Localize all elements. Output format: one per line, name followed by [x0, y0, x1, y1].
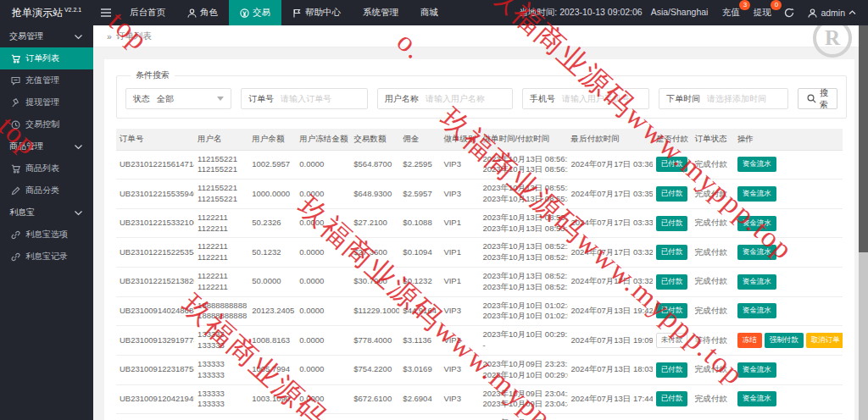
app-logo: 抢单演示站 V2.2.1 [0, 0, 93, 25]
cell-username: 133333133333 [194, 355, 248, 384]
user-name-input[interactable] [426, 94, 512, 103]
scrollbar-thumb[interactable] [859, 25, 868, 252]
pay-status-button[interactable]: 已付款 [656, 362, 688, 378]
pay-status-button[interactable]: 已付款 [656, 245, 688, 260]
cell-commission: $2.6904 [399, 384, 440, 414]
cell-operations: 资金流水 [734, 150, 843, 180]
nav-item-5[interactable]: 系统管理 [352, 0, 409, 25]
pay-status-button[interactable]: 未付款 [656, 333, 688, 348]
recharge-button[interactable]: 充值 3 [721, 7, 739, 19]
sidebar-item[interactable]: 利息宝选项 [0, 224, 93, 246]
cell-commission: $3.1136 [399, 326, 440, 356]
sidebar-item[interactable]: 充值管理 [0, 69, 93, 91]
refresh-icon[interactable] [784, 8, 794, 18]
sidebar-group-1[interactable]: 交易管理 [0, 25, 93, 47]
cell-status: 完成付款 [692, 238, 734, 268]
cell-commission: $3.1090 [399, 414, 440, 420]
cell-order-no: UB2310091329197737 [116, 326, 194, 356]
nav-item-2[interactable]: 角色 [176, 0, 229, 25]
nav-item-3[interactable]: 交易 [229, 0, 281, 25]
status-select[interactable]: 状态 全部 [125, 88, 231, 109]
cell-balance: 1000.0000 [248, 414, 296, 420]
nav-item-6[interactable]: 商城 [409, 0, 449, 25]
recharge-badge: 3 [739, 0, 750, 10]
cell-username: 112155221112155221 [194, 150, 248, 180]
cell-order-no: UB2310122153321004 [116, 208, 194, 238]
withdraw-label: 提现 [753, 7, 771, 17]
operation-button[interactable]: 资金流水 [737, 216, 776, 231]
cell-username: 11222111122211 [194, 208, 248, 238]
order-list-card: 条件搜索 状态 全部 订单号 用户名称 手机号 [104, 59, 854, 420]
sidebar-toggle-button[interactable] [93, 0, 119, 25]
pay-status-button[interactable]: 已付款 [656, 391, 688, 406]
operation-button[interactable]: 资金流水 [737, 391, 776, 406]
operation-button[interactable]: 取消订单 [806, 333, 843, 348]
pay-status-button[interactable]: 已付款 [656, 303, 688, 318]
pay-status-button[interactable]: 已付款 [656, 216, 688, 231]
nav-item-1[interactable]: 后台首页 [119, 0, 176, 25]
cell-amount: $30.7900 [350, 268, 399, 297]
operations: 资金流水 [737, 362, 839, 378]
cell-balance: 50.2326 [248, 208, 296, 238]
operation-button[interactable]: 资金流水 [737, 245, 776, 260]
cell-amount: $27.2100 [350, 208, 399, 238]
operation-button[interactable]: 强制付款 [765, 333, 804, 348]
cell-status: 完成付款 [692, 150, 734, 180]
cell-operations: 冻结强制付款取消订单 [734, 326, 843, 356]
sidebar-item[interactable]: 商品分类 [0, 180, 93, 202]
phone-input[interactable] [562, 94, 648, 103]
table-row: UB23100912042194591333331333331003.10900… [116, 384, 843, 414]
operation-button[interactable]: 资金流水 [737, 157, 776, 172]
order-no-input[interactable] [281, 94, 367, 103]
breadcrumb-label: 订单列表 [116, 30, 152, 42]
column-header: 佣金 [399, 129, 440, 150]
cell-frozen: 0.0000 [296, 414, 350, 420]
cell-frozen: 0.0000 [296, 238, 350, 268]
sidebar-item[interactable]: 提现管理 [0, 91, 93, 113]
table-row: UB23101221521382061122211112221150.00000… [116, 268, 843, 297]
order-no-label: 订单号 [242, 93, 281, 105]
sidebar-item[interactable]: 交易控制 [0, 113, 93, 135]
app-version: V2.2.1 [64, 7, 81, 13]
withdraw-badge: 0 [771, 0, 782, 10]
sidebar-group-3[interactable]: 利息宝 [0, 202, 93, 224]
operation-button[interactable]: 资金流水 [737, 362, 776, 378]
phone-label: 手机号 [523, 93, 562, 105]
search-button[interactable]: 搜 索 [798, 88, 837, 109]
sidebar-item[interactable]: 商品列表 [0, 158, 93, 180]
top-navbar: 抢单演示站 V2.2.1 后台首页角色交易帮助中心系统管理商城 当地时间: 20… [0, 0, 868, 25]
cell-paid: 已付款 [653, 180, 692, 209]
search-panel-title: 条件搜索 [131, 69, 175, 81]
cell-amount: $27.3600 [350, 238, 399, 268]
user-name-group: 用户名称 [377, 88, 513, 109]
cell-operations: 资金流水 [734, 208, 843, 238]
nav-item-4[interactable]: 帮助中心 [281, 0, 352, 25]
table-row: UB23101221522535471122211112221150.12320… [116, 238, 843, 268]
cell-frozen: 0.0000 [296, 268, 350, 297]
comment-icon [11, 76, 20, 86]
pay-status-button[interactable]: 已付款 [656, 274, 688, 290]
sidebar-group-2[interactable]: 商品管理 [0, 135, 93, 158]
cell-order-no: UB2310122156147145 [116, 150, 194, 180]
operation-button[interactable]: 冻结 [737, 333, 762, 348]
operations: 冻结强制付款取消订单 [737, 333, 839, 348]
cell-status: 完成付款 [692, 355, 734, 384]
user-menu[interactable]: admin [808, 8, 856, 18]
withdraw-button[interactable]: 提现 0 [753, 7, 771, 19]
operations: 资金流水 [737, 186, 839, 202]
operation-button[interactable]: 资金流水 [737, 274, 776, 290]
sidebar-item[interactable]: 订单列表 [0, 47, 93, 69]
cell-paid: 已付款 [653, 414, 692, 420]
pay-status-button[interactable]: 已付款 [656, 157, 688, 172]
cell-commission: $2.2595 [399, 150, 440, 180]
table-row: UB23100912035486331333331333331000.00000… [116, 414, 843, 420]
operation-button[interactable]: 资金流水 [737, 186, 776, 202]
cell-amount: $777.2600 [350, 414, 399, 420]
operation-button[interactable]: 资金流水 [737, 303, 776, 318]
order-time-input[interactable] [707, 94, 787, 103]
pay-status-button[interactable]: 已付款 [656, 186, 688, 202]
cell-order-no: UB2310091402486887 [116, 296, 194, 326]
sidebar-item[interactable]: 利息宝记录 [0, 246, 93, 268]
vertical-scrollbar[interactable] [859, 25, 868, 420]
cell-order-time: 2023年10月10日 01:02:482023年10月10日 01:02:58 [479, 296, 567, 326]
